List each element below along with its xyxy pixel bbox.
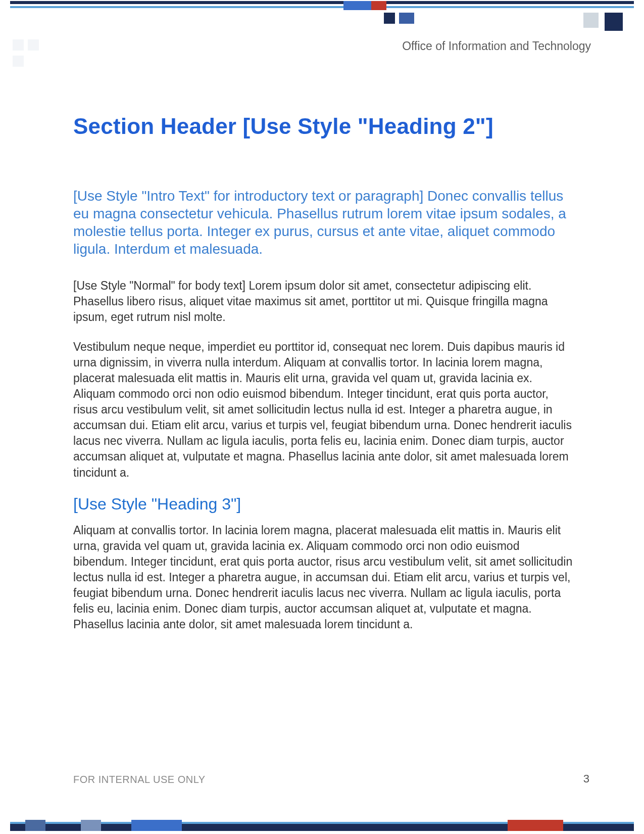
footer-classification: FOR INTERNAL USE ONLY (73, 774, 206, 785)
footer-accent-block (508, 820, 563, 831)
decorative-square (13, 39, 24, 51)
header-bar-thick (10, 1, 634, 4)
footer-accent-block (81, 820, 101, 831)
footer-accent-block (131, 820, 182, 831)
header-accent-block (384, 13, 395, 24)
intro-paragraph: [Use Style "Intro Text" for introductory… (73, 187, 573, 258)
section-heading-2: Section Header [Use Style "Heading 2"] (73, 114, 573, 139)
body-paragraph: Aliquam at convallis tortor. In lacinia … (73, 523, 573, 632)
header-accent-block (583, 13, 599, 28)
section-heading-3: [Use Style "Heading 3"] (73, 495, 573, 514)
header-accent-block (399, 13, 414, 24)
decorative-square (13, 56, 24, 67)
decorative-square (28, 39, 39, 51)
org-name: Office of Information and Technology (402, 39, 591, 53)
page-number: 3 (583, 772, 589, 785)
header-accent-block (371, 1, 386, 10)
footer-accent-block (25, 820, 45, 831)
header-accent-block (605, 13, 623, 31)
body-paragraph: Vestibulum neque neque, imperdiet eu por… (73, 339, 573, 480)
body-paragraph: [Use Style "Normal" for body text] Lorem… (73, 278, 573, 325)
header-accent-block (343, 1, 371, 10)
document-body: Section Header [Use Style "Heading 2"] [… (73, 114, 573, 646)
header-bar-thin (10, 6, 634, 8)
